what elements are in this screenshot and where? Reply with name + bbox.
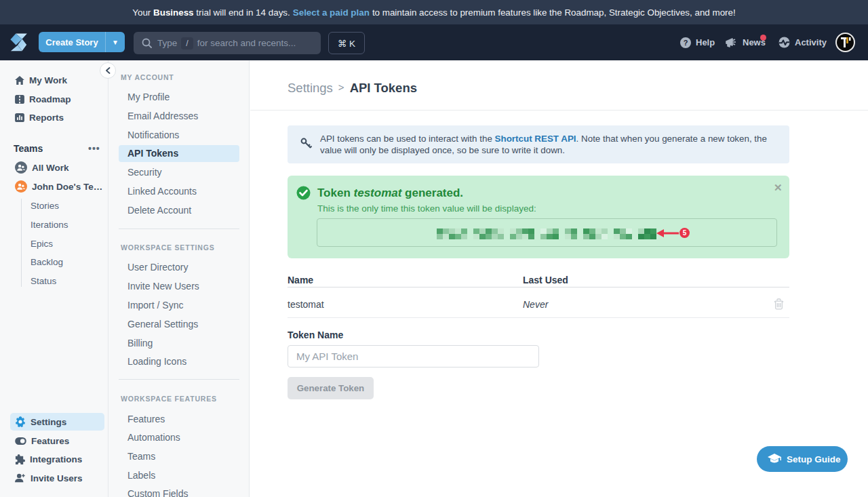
svg-text:?: ?	[684, 39, 688, 47]
